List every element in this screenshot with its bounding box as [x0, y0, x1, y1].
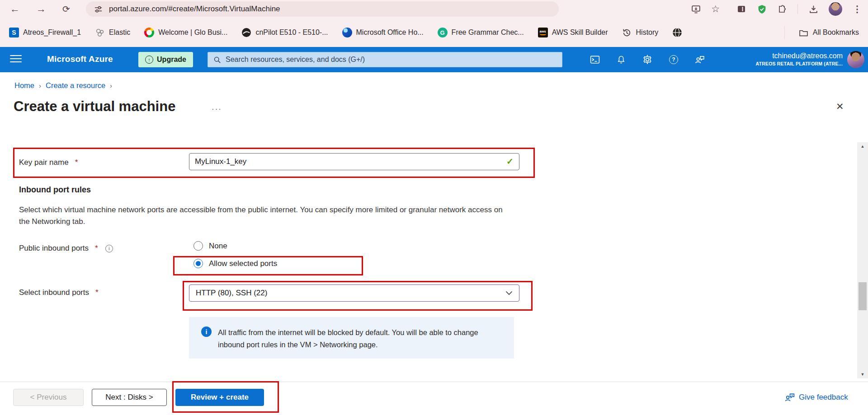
bookmark-label: Welcome | Glo Busi...	[158, 28, 227, 37]
breadcrumb-create-resource-link[interactable]: Create a resource	[46, 81, 105, 90]
hamburger-menu-icon[interactable]	[10, 53, 22, 65]
required-asterisk: *	[75, 158, 78, 167]
folder-icon	[799, 28, 809, 37]
bookmark-label: Atreos_Firewall_1	[23, 28, 81, 37]
select-inbound-ports-dropdown[interactable]: HTTP (80), SSH (22)	[189, 284, 519, 302]
scroll-down-arrow[interactable]: ▼	[857, 370, 868, 378]
public-inbound-ports-label: Public inbound ports* i	[19, 243, 113, 254]
key-pair-name-label: Key pair name*	[19, 157, 78, 168]
info-banner-text: All traffic from the internet will be bl…	[218, 326, 494, 359]
required-asterisk: *	[95, 288, 99, 297]
browser-toolbar: ← → ⟳ portal.azure.com/#create/Microsoft…	[0, 0, 868, 18]
global-search-box[interactable]	[208, 52, 562, 67]
bookmark-item[interactable]: Microsoft Office Ho...	[342, 28, 424, 37]
radio-option-none[interactable]: None	[193, 241, 227, 251]
search-input[interactable]	[226, 56, 557, 64]
search-icon	[213, 56, 221, 64]
toolbar-separator	[797, 4, 798, 14]
close-icon[interactable]: ✕	[836, 101, 844, 112]
bookmark-label: AWS Skill Builder	[552, 28, 608, 37]
bookmark-item[interactable]: aws AWS Skill Builder	[538, 28, 608, 37]
bookmark-item[interactable]: G Free Grammar Chec...	[438, 28, 524, 37]
bookmarks-separator	[784, 26, 785, 39]
reload-icon[interactable]: ⟳	[62, 5, 70, 14]
bookmark-item[interactable]: cnPilot E510 - E510-...	[241, 28, 328, 37]
settings-gear-icon[interactable]	[640, 52, 655, 67]
downloads-icon[interactable]	[808, 4, 818, 14]
bookmark-item-history[interactable]: History	[622, 28, 659, 37]
chevron-right-icon: ›	[110, 82, 112, 89]
review-create-button[interactable]: Review + create	[175, 389, 264, 406]
bookmark-label: Elastic	[109, 28, 130, 37]
info-tooltip-icon[interactable]: i	[105, 245, 113, 252]
security-shield-icon[interactable]	[757, 4, 767, 14]
aws-favicon: aws	[538, 28, 548, 37]
info-banner: i All traffic from the internet will be …	[189, 317, 514, 359]
vertical-scrollbar[interactable]: ▲ ▼	[857, 142, 868, 378]
notifications-bell-icon[interactable]	[614, 52, 628, 67]
radio-selected-icon	[193, 259, 203, 268]
upgrade-button[interactable]: ↑ Upgrade	[138, 52, 193, 67]
radio-option-allow-selected-ports[interactable]: Allow selected ports	[193, 259, 277, 268]
history-icon	[622, 28, 632, 37]
address-bar[interactable]: portal.azure.com/#create/Microsoft.Virtu…	[86, 1, 559, 17]
valid-check-icon: ✓	[506, 156, 514, 167]
key-pair-name-input[interactable]	[189, 153, 519, 170]
all-bookmarks-button[interactable]: All Bookmarks	[799, 28, 859, 37]
back-icon[interactable]: ←	[10, 4, 20, 14]
key-pair-name-field: ✓	[189, 153, 519, 170]
scrollbar-thumb[interactable]	[859, 282, 867, 310]
required-asterisk: *	[95, 244, 98, 253]
info-icon: i	[201, 326, 212, 337]
cnpilot-favicon	[241, 28, 251, 37]
radio-circle-icon	[193, 241, 203, 251]
globe-icon	[672, 28, 682, 37]
bookmark-label: Microsoft Office Ho...	[356, 28, 424, 37]
breadcrumb-home-link[interactable]: Home	[14, 81, 34, 90]
chevron-down-icon	[505, 291, 513, 295]
bookmark-item[interactable]: S Atreos_Firewall_1	[9, 28, 81, 37]
main-content: Home › Create a resource › Create a virt…	[0, 72, 868, 382]
inbound-port-rules-heading: Inbound port rules	[19, 185, 91, 195]
bookmarks-bar: S Atreos_Firewall_1 Elastic Welcome | Gl…	[0, 18, 868, 47]
install-app-icon[interactable]	[691, 4, 701, 14]
bookmark-label: cnPilot E510 - E510-...	[255, 28, 328, 37]
feedback-icon[interactable]	[693, 52, 707, 67]
upgrade-icon: ↑	[145, 56, 153, 64]
extension-icon[interactable]	[777, 4, 787, 14]
browser-profile-avatar[interactable]	[829, 2, 842, 16]
radio-label: None	[209, 242, 227, 251]
bookmark-label: Free Grammar Chec...	[452, 28, 524, 37]
give-feedback-label: Give feedback	[799, 393, 848, 402]
bookmark-item[interactable]: Welcome | Glo Busi...	[144, 28, 227, 37]
scroll-up-arrow[interactable]: ▲	[857, 142, 868, 150]
elastic-favicon	[95, 28, 105, 37]
account-email: tchinedu@atreos.com	[756, 51, 843, 61]
inbound-port-rules-description: Select which virtual machine network por…	[19, 204, 511, 228]
radio-label: Allow selected ports	[209, 259, 277, 268]
browser-menu-icon[interactable]: ⋮	[853, 4, 862, 14]
bookmark-item-globe[interactable]	[672, 28, 682, 37]
give-feedback-link[interactable]: Give feedback	[785, 392, 848, 402]
forward-icon[interactable]: →	[36, 4, 46, 14]
office-favicon	[342, 28, 352, 37]
breadcrumb: Home › Create a resource ›	[14, 81, 112, 90]
bookmark-item[interactable]: Elastic	[95, 28, 130, 37]
site-settings-icon[interactable]	[93, 4, 103, 14]
bookmark-star-icon[interactable]: ☆	[711, 4, 720, 14]
side-panel-icon[interactable]	[736, 4, 746, 14]
previous-button[interactable]: < Previous	[13, 389, 84, 406]
all-bookmarks-label: All Bookmarks	[813, 28, 859, 37]
next-disks-button[interactable]: Next : Disks >	[92, 389, 167, 406]
chevron-right-icon: ›	[39, 82, 41, 89]
more-menu-icon[interactable]: ···	[212, 105, 222, 114]
azure-brand[interactable]: Microsoft Azure	[47, 54, 113, 64]
account-info[interactable]: tchinedu@atreos.com ATREOS RETAIL PLATFO…	[756, 51, 843, 67]
bookmark-label: History	[636, 28, 659, 37]
azure-profile-avatar[interactable]	[847, 51, 864, 68]
account-tenant: ATREOS RETAIL PLATFORM (ATRE...	[756, 61, 843, 67]
select-inbound-ports-label: Select inbound ports*	[19, 287, 99, 298]
feedback-person-icon	[785, 392, 795, 402]
cloud-shell-icon[interactable]	[588, 52, 602, 67]
help-icon[interactable]: ?	[666, 52, 681, 67]
